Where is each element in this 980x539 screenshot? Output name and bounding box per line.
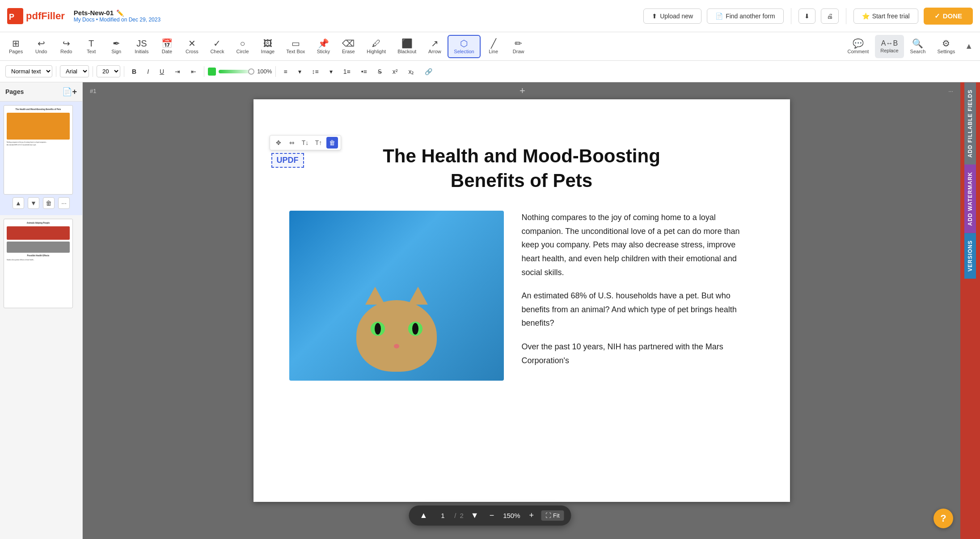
prev-page-button[interactable]: ▲: [416, 509, 431, 522]
tool-text[interactable]: T Text: [79, 35, 103, 58]
stamp-font-size-up[interactable]: T↑: [313, 137, 325, 149]
tool-check[interactable]: ✓ Check: [205, 35, 229, 58]
page-1-thumbnail: The Health and Mood-Boosting Benefits of…: [4, 105, 73, 195]
search-icon: 🔍: [912, 39, 923, 48]
tool-comment[interactable]: 💬 Comment: [842, 35, 874, 58]
sidebar-add-icon[interactable]: 📄+: [62, 87, 77, 97]
tool-image[interactable]: 🖼 Image: [256, 35, 280, 58]
tool-draw[interactable]: ✏ Draw: [507, 35, 531, 58]
zoom-out-button[interactable]: −: [486, 509, 498, 522]
page-up-button[interactable]: ▲: [13, 197, 24, 209]
subscript-button[interactable]: x₂: [404, 66, 418, 77]
page-delete-button[interactable]: 🗑: [43, 197, 55, 209]
right-sidebar: ADD FILLABLE FIELDS ADD WATERMARK VERSIO…: [960, 82, 980, 539]
stamp-delete-button[interactable]: 🗑: [326, 137, 338, 149]
more-options-icon[interactable]: ···: [948, 88, 953, 94]
add-page-button[interactable]: +: [520, 85, 525, 97]
pages-label: Pages: [9, 49, 23, 54]
tool-highlight[interactable]: 🖊 Highlight: [361, 35, 391, 58]
tool-settings[interactable]: ⚙ Settings: [932, 35, 960, 58]
link-button[interactable]: 🔗: [421, 66, 436, 77]
watermark-tab[interactable]: ADD WATERMARK: [964, 165, 976, 233]
tool-line[interactable]: ╱ Line: [482, 35, 506, 58]
date-icon: 📅: [161, 39, 173, 48]
spacing-button[interactable]: ↕≡: [308, 66, 323, 77]
pdf-para3: Over the past 10 years, NIH has partnere…: [522, 340, 754, 367]
page-more-button[interactable]: ···: [58, 197, 70, 209]
superscript-button[interactable]: x²: [389, 66, 402, 77]
comment-icon: 💬: [853, 39, 864, 48]
page-thumb-2[interactable]: 2 Animals Helping People Possible Health…: [0, 215, 82, 312]
tool-initials[interactable]: JS Initials: [129, 35, 154, 58]
trial-label: Start free trial: [872, 13, 910, 20]
print-button[interactable]: 🖨: [821, 8, 839, 24]
italic-button[interactable]: I: [143, 66, 153, 77]
sep5: [275, 66, 276, 77]
draw-icon: ✏: [515, 39, 522, 48]
outdent-button[interactable]: ⇤: [187, 66, 200, 77]
edit-title-icon[interactable]: ✏️: [116, 9, 124, 17]
done-button[interactable]: ✓ DONE: [924, 8, 973, 25]
text-style-select[interactable]: Normal text: [5, 65, 52, 77]
print-icon: 🖨: [827, 13, 833, 20]
check-done-icon: ✓: [934, 12, 940, 20]
page-thumb-1[interactable]: 1 The Health and Mood-Boosting Benefits …: [0, 102, 82, 215]
align-dropdown[interactable]: ▾: [294, 66, 305, 77]
settings-label: Settings: [937, 49, 955, 54]
underline-button[interactable]: U: [156, 66, 168, 77]
logo-icon: P: [7, 8, 23, 24]
tool-search[interactable]: 🔍 Search: [905, 35, 931, 58]
circle-label: Circle: [237, 49, 249, 54]
tool-cross[interactable]: ✕ Cross: [180, 35, 204, 58]
tool-blackout[interactable]: ⬛ Blackout: [392, 35, 422, 58]
tool-pages[interactable]: ⊞ Pages: [4, 35, 28, 58]
indent-button[interactable]: ⇥: [171, 66, 184, 77]
stamp-resize-icon[interactable]: ⇔: [286, 137, 298, 149]
upload-new-button[interactable]: ⬆ Upload new: [643, 8, 701, 24]
opacity-slider[interactable]: [219, 70, 254, 73]
tool-undo[interactable]: ↩ Undo: [29, 35, 53, 58]
page-header-bar: #1 + ···: [83, 82, 960, 99]
font-select[interactable]: Arial: [60, 65, 89, 77]
tool-circle[interactable]: ○ Circle: [231, 35, 255, 58]
strikethrough-button[interactable]: S̶: [374, 66, 386, 77]
tool-selection[interactable]: ⬡ Selection: [448, 35, 480, 58]
updf-stamp[interactable]: UPDF: [271, 153, 304, 168]
page-down-button[interactable]: ▼: [28, 197, 39, 209]
list-unordered-button[interactable]: •≡: [357, 66, 371, 77]
download-button[interactable]: ⬇: [798, 8, 815, 24]
doc-title-text: Pets-New-01: [74, 9, 114, 17]
tool-redo[interactable]: ↪ Redo: [54, 35, 78, 58]
find-form-button[interactable]: 📄 Find another form: [707, 8, 784, 24]
stamp-font-size-down[interactable]: T↓: [300, 137, 311, 149]
zoom-in-button[interactable]: +: [526, 509, 538, 522]
bold-button[interactable]: B: [128, 66, 140, 77]
undo-label: Undo: [35, 49, 47, 54]
next-page-button[interactable]: ▼: [467, 509, 482, 522]
toolbar-collapse-btn[interactable]: ▲: [961, 38, 976, 55]
fit-button[interactable]: ⛶ Fit: [541, 510, 564, 521]
fillable-fields-tab[interactable]: ADD FILLABLE FIELDS: [964, 82, 976, 165]
tool-erase[interactable]: ⌫ Erase: [336, 35, 360, 58]
help-button[interactable]: ?: [934, 509, 953, 528]
trial-button[interactable]: ⭐ Start free trial: [853, 8, 918, 24]
tool-replace[interactable]: A↔B Replace: [875, 35, 904, 58]
font-size-select[interactable]: 20: [97, 65, 120, 77]
align-button[interactable]: ≡: [279, 66, 291, 77]
color-swatch[interactable]: [208, 68, 216, 76]
spacing-dropdown[interactable]: ▾: [325, 66, 337, 77]
opacity-percent: 100%: [257, 68, 272, 75]
tool-sticky[interactable]: 📌 Sticky: [311, 35, 335, 58]
sep1: [56, 66, 56, 77]
tool-arrow[interactable]: ↗ Arrow: [422, 35, 447, 58]
stamp-toolbar: ✥ ⇔ T↓ T↑ 🗑: [270, 135, 341, 150]
tool-date[interactable]: 📅 Date: [155, 35, 179, 58]
tool-sign[interactable]: ✒ Sign: [104, 35, 128, 58]
separator: [791, 8, 791, 24]
page-number-input[interactable]: [435, 512, 451, 519]
stamp-move-icon[interactable]: ✥: [273, 137, 284, 149]
versions-tab[interactable]: VERSIONS: [964, 233, 976, 279]
redo-icon: ↪: [63, 39, 70, 48]
list-ordered-button[interactable]: 1≡: [339, 66, 355, 77]
tool-textbox[interactable]: ▭ Text Box: [281, 35, 310, 58]
